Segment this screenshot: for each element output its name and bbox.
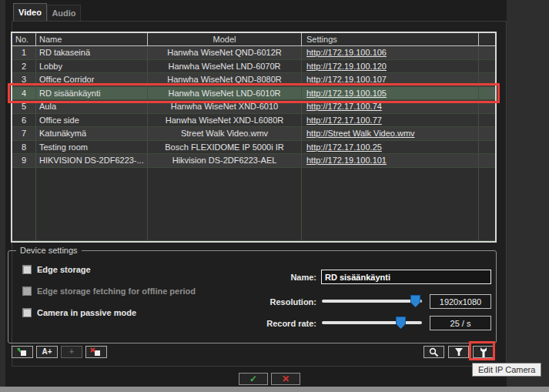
row-model: Hanwha WiseNet XND-6010: [148, 100, 302, 113]
column-header-no[interactable]: No.: [12, 33, 36, 45]
row-no: 6: [12, 114, 36, 127]
row-no: 4: [12, 87, 36, 100]
row-spacer: [479, 73, 495, 86]
row-settings: http://172.19.100.120: [302, 60, 479, 73]
record-rate-slider-thumb[interactable]: [396, 317, 406, 329]
edge-storage-row: Edge storage: [22, 265, 91, 274]
row-spacer: [479, 141, 495, 154]
row-settings: http://172.19.100.107: [302, 73, 479, 86]
row-model: Bosch FLEXIDOME IP 5000i IR: [148, 141, 302, 154]
table-row[interactable]: 8 Testing room Bosch FLEXIDOME IP 5000i …: [12, 141, 495, 155]
add-multiple-icon: A+: [42, 348, 52, 356]
row-no: 7: [12, 127, 36, 140]
settings-link[interactable]: http://172.17.100.74: [306, 102, 382, 111]
table-row[interactable]: 5 Aula Hanwha WiseNet XND-6010 http://17…: [12, 100, 495, 114]
settings-link[interactable]: http://172.17.100.25: [306, 142, 382, 152]
row-spacer: [479, 114, 495, 127]
remove-device-button[interactable]: [85, 346, 107, 358]
row-spacer: [479, 127, 495, 140]
passive-mode-row: Camera in passive mode: [22, 308, 136, 317]
settings-link[interactable]: http://Street Walk Video.wmv: [306, 129, 415, 138]
row-spacer: [479, 154, 495, 167]
search-button[interactable]: [423, 346, 444, 358]
edge-storage-fetching-checkbox: [22, 286, 32, 296]
record-rate-value: 25 / s: [430, 316, 491, 330]
table-row[interactable]: 7 Katunäkymä Street Walk Video.wmv http:…: [12, 127, 495, 141]
add-multiple-button[interactable]: A+: [36, 346, 58, 358]
edit-ip-camera-tooltip: Edit IP Camera: [472, 363, 541, 377]
settings-link[interactable]: http://172.17.100.77: [306, 116, 382, 125]
add-button-disabled: +: [61, 346, 82, 358]
passive-mode-checkbox[interactable]: [22, 308, 32, 317]
settings-link[interactable]: http://172.19.100.106: [306, 48, 387, 57]
add-device-icon: [16, 347, 28, 357]
remove-device-icon: [90, 347, 102, 357]
edge-storage-fetching-label: Edge storage fetching for offline period: [37, 286, 196, 296]
row-model: Hikvision DS-2DF6223-AEL: [148, 154, 302, 167]
row-no: 2: [12, 60, 36, 73]
settings-link[interactable]: http://172.19.100.105: [306, 89, 387, 98]
row-no: 5: [12, 100, 36, 113]
row-name: Office Corridor: [36, 73, 148, 86]
add-device-button[interactable]: [12, 346, 33, 358]
table-row[interactable]: 2 Lobby Hanwha WiseNet LND-6070R http://…: [12, 60, 495, 74]
row-settings: http://172.19.100.105: [302, 87, 479, 100]
row-model: Hanwha WiseNet LND-6010R: [148, 87, 302, 100]
plus-icon: +: [69, 348, 74, 356]
filter-button[interactable]: [448, 346, 469, 358]
record-rate-slider[interactable]: [322, 317, 422, 329]
table-row[interactable]: 9 HIKVISION DS-2DF6223-... Hikvision DS-…: [12, 154, 495, 168]
column-header-model[interactable]: Model: [148, 33, 302, 45]
row-spacer: [479, 60, 495, 73]
tab-video[interactable]: Video: [13, 3, 47, 22]
row-name: Office side: [36, 114, 148, 127]
camera-name-input[interactable]: [321, 270, 491, 284]
row-settings: http://172.17.100.77: [302, 114, 479, 127]
row-no: 8: [12, 141, 36, 154]
tab-audio[interactable]: Audio: [47, 5, 81, 22]
table-row[interactable]: 3 Office Corridor Hanwha WiseNet QND-808…: [12, 73, 495, 87]
row-settings: http://Street Walk Video.wmv: [302, 127, 479, 140]
resolution-slider-thumb[interactable]: [410, 295, 420, 307]
row-settings: http://172.17.100.25: [302, 141, 479, 154]
row-name: Testing room: [36, 141, 148, 154]
row-name: RD takaseinä: [36, 46, 148, 59]
row-spacer: [479, 100, 495, 113]
record-rate-slider-track: [322, 321, 422, 324]
name-label: Name:: [239, 273, 316, 282]
camera-table: No. Name Model Settings 1 RD takaseinä H…: [11, 32, 497, 243]
row-model: Hanwha WiseNet XND-L6080R: [148, 114, 302, 127]
record-rate-label: Record rate:: [239, 319, 316, 328]
passive-mode-label: Camera in passive mode: [37, 308, 136, 317]
row-name: Katunäkymä: [36, 127, 148, 140]
row-model: Hanwha WiseNet QND-6012R: [148, 46, 302, 59]
edit-ip-camera-button[interactable]: [473, 346, 494, 358]
column-header-name[interactable]: Name: [36, 33, 148, 45]
cancel-x-icon: ✕: [282, 374, 290, 384]
table-empty-area: [12, 168, 495, 242]
row-name: Lobby: [36, 60, 148, 73]
settings-link[interactable]: http://172.19.100.120: [306, 62, 387, 71]
column-header-settings[interactable]: Settings: [302, 33, 479, 45]
settings-link[interactable]: http://172.19.100.107: [306, 75, 387, 84]
row-spacer: [479, 87, 495, 100]
edge-storage-checkbox[interactable]: [22, 265, 32, 274]
table-row-selected[interactable]: 4 RD sisäänkäynti Hanwha WiseNet LND-601…: [12, 87, 495, 101]
bottom-strip: [0, 387, 549, 392]
row-settings: http://172.19.100.106: [302, 46, 479, 59]
column-header-spacer: [479, 33, 495, 45]
group-title: Device settings: [16, 246, 82, 255]
table-row[interactable]: 6 Office side Hanwha WiseNet XND-L6080R …: [12, 114, 495, 128]
settings-link[interactable]: http://172.19.100.101: [306, 156, 387, 165]
ok-check-icon: ✓: [249, 374, 257, 384]
filter-icon: [454, 347, 464, 357]
row-settings: http://172.19.100.101: [302, 154, 479, 167]
resolution-slider[interactable]: [322, 295, 422, 307]
table-header: No. Name Model Settings: [12, 33, 495, 46]
ok-button[interactable]: ✓: [239, 373, 268, 385]
row-model: Hanwha WiseNet LND-6070R: [148, 60, 302, 73]
row-no: 1: [12, 46, 36, 59]
resolution-label: Resolution:: [239, 297, 316, 307]
cancel-button[interactable]: ✕: [271, 373, 300, 385]
table-row[interactable]: 1 RD takaseinä Hanwha WiseNet QND-6012R …: [12, 46, 495, 60]
